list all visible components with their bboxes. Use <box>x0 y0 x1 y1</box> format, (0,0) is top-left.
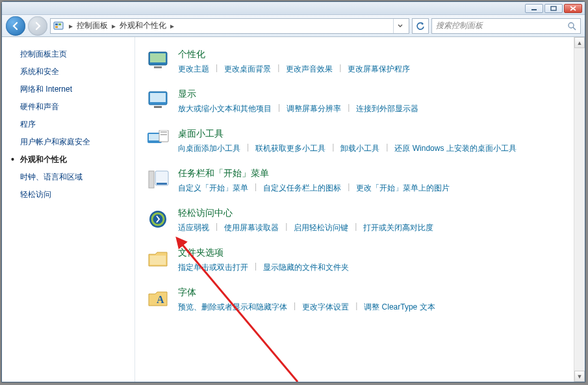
minimize-button[interactable] <box>525 4 543 13</box>
category-link[interactable]: 更改「开始」菜单上的图片 <box>356 182 450 194</box>
search-input[interactable]: 搜索控制面板 <box>431 18 581 34</box>
category-link[interactable]: 向桌面添加小工具 <box>178 142 240 155</box>
control-panel-icon <box>53 21 65 31</box>
category-links: 更改主题|更改桌面背景|更改声音效果|更改屏幕保护程序 <box>178 63 573 75</box>
separator: | <box>294 301 296 313</box>
category: 文件夹选项指定单击或双击打开|显示隐藏的文件和文件夹 <box>147 247 573 274</box>
category: A字体预览、删除或者显示和隐藏字体|更改字体设置|调整 ClearType 文本 <box>147 287 573 313</box>
category-title[interactable]: 任务栏和「开始」菜单 <box>178 168 573 179</box>
sidebar-item[interactable]: 用户帐户和家庭安全 <box>20 137 134 148</box>
back-button[interactable] <box>6 16 25 36</box>
category-title[interactable]: 桌面小工具 <box>178 128 573 140</box>
category-link[interactable]: 联机获取更多小工具 <box>255 142 326 155</box>
control-panel-window: ▸ 控制面板 ▸ 外观和个性化 ▸ 搜索控制面板 控制面板主页 系统和安全网络和… <box>1 1 585 382</box>
category-link[interactable]: 更改字体设置 <box>302 301 349 313</box>
sidebar-item[interactable]: 程序 <box>20 119 134 130</box>
category-links: 放大或缩小文本和其他项目|调整屏幕分辨率|连接到外部显示器 <box>178 103 573 115</box>
separator: | <box>255 261 257 274</box>
chevron-right-icon: ▸ <box>170 21 174 31</box>
svg-rect-20 <box>160 134 167 135</box>
breadcrumb-item[interactable]: 外观和个性化 <box>120 20 166 31</box>
minimize-icon <box>531 6 537 11</box>
maximize-icon <box>550 6 557 11</box>
category-link[interactable]: 显示隐藏的文件和文件夹 <box>263 261 349 274</box>
category-title[interactable]: 文件夹选项 <box>178 247 573 259</box>
address-row: ▸ 控制面板 ▸ 外观和个性化 ▸ 搜索控制面板 <box>2 15 585 37</box>
category-link[interactable]: 指定单击或双击打开 <box>178 261 248 274</box>
category-link[interactable]: 自定义「开始」菜单 <box>178 182 248 194</box>
category-title[interactable]: 个性化 <box>178 49 573 60</box>
category: 桌面小工具向桌面添加小工具|联机获取更多小工具|卸载小工具|还原 Windows… <box>147 128 573 155</box>
search-placeholder: 搜索控制面板 <box>436 20 483 31</box>
svg-rect-12 <box>154 66 162 68</box>
category-link[interactable]: 更改屏幕保护程序 <box>348 63 410 75</box>
svg-rect-21 <box>149 171 154 188</box>
category-link[interactable]: 更改主题 <box>178 63 209 75</box>
display-icon <box>147 88 170 112</box>
category-link[interactable]: 连接到外部显示器 <box>356 103 418 115</box>
category-link[interactable]: 更改声音效果 <box>286 63 333 75</box>
sidebar-item[interactable]: 外观和个性化 <box>20 154 134 165</box>
category-link[interactable]: 适应弱视 <box>178 222 209 234</box>
address-dropdown-button[interactable] <box>393 19 406 33</box>
category: 个性化更改主题|更改桌面背景|更改声音效果|更改屏幕保护程序 <box>147 49 573 75</box>
breadcrumb-item[interactable]: 控制面板 <box>77 20 108 31</box>
category-title[interactable]: 轻松访问中心 <box>178 207 573 219</box>
separator: | <box>247 142 249 155</box>
svg-line-9 <box>573 27 576 30</box>
category-link[interactable]: 还原 Windows 上安装的桌面小工具 <box>394 142 516 155</box>
maximize-button[interactable] <box>544 4 563 13</box>
category-link[interactable]: 卸载小工具 <box>340 142 379 155</box>
svg-point-8 <box>569 23 574 28</box>
chevron-right-icon: ▸ <box>112 21 116 31</box>
separator: | <box>216 222 218 234</box>
category-links: 向桌面添加小工具|联机获取更多小工具|卸载小工具|还原 Windows 上安装的… <box>178 142 573 155</box>
sidebar-item[interactable]: 时钟、语言和区域 <box>20 172 134 183</box>
category-link[interactable]: 启用轻松访问键 <box>294 222 348 234</box>
sidebar-item[interactable]: 系统和安全 <box>20 66 134 77</box>
personalization-icon <box>147 49 170 72</box>
sidebar-item[interactable]: 轻松访问 <box>20 189 134 200</box>
folder-icon <box>147 247 170 271</box>
separator: | <box>216 63 218 75</box>
category-link[interactable]: 打开或关闭高对比度 <box>363 222 433 234</box>
refresh-button[interactable] <box>412 18 429 34</box>
separator: | <box>386 142 388 155</box>
svg-rect-26 <box>150 256 166 265</box>
svg-rect-5 <box>55 23 58 25</box>
gadgets-icon <box>147 128 170 152</box>
category-link[interactable]: 自定义任务栏上的图标 <box>263 182 341 194</box>
category-links: 预览、删除或者显示和隐藏字体|更改字体设置|调整 ClearType 文本 <box>178 301 573 313</box>
svg-rect-17 <box>149 134 160 140</box>
address-bar[interactable]: ▸ 控制面板 ▸ 外观和个性化 ▸ <box>50 18 409 34</box>
category-links: 自定义「开始」菜单|自定义任务栏上的图标|更改「开始」菜单上的图片 <box>178 182 573 194</box>
category-link[interactable]: 放大或缩小文本和其他项目 <box>178 103 272 115</box>
separator: | <box>355 301 357 313</box>
window-titlebar <box>2 2 585 15</box>
category-link[interactable]: 调整 ClearType 文本 <box>364 301 435 313</box>
arrow-left-icon <box>11 21 20 31</box>
sidebar-item[interactable]: 硬件和声音 <box>20 101 134 113</box>
search-icon <box>567 21 576 31</box>
category-link[interactable]: 使用屏幕读取器 <box>224 222 279 234</box>
category-link[interactable]: 调整屏幕分辨率 <box>287 103 341 115</box>
category: 任务栏和「开始」菜单自定义「开始」菜单|自定义任务栏上的图标|更改「开始」菜单上… <box>147 168 573 194</box>
separator: | <box>339 63 341 75</box>
category-title[interactable]: 显示 <box>178 88 573 100</box>
sidebar-item[interactable]: 网络和 Internet <box>20 84 134 95</box>
category-link[interactable]: 预览、删除或者显示和隐藏字体 <box>178 301 287 313</box>
close-button[interactable] <box>564 4 582 13</box>
font-icon: A <box>147 287 170 310</box>
separator: | <box>348 182 350 194</box>
category-link[interactable]: 更改桌面背景 <box>224 63 271 75</box>
svg-text:A: A <box>157 294 164 305</box>
sidebar-title[interactable]: 控制面板主页 <box>20 49 134 60</box>
separator: | <box>348 103 350 115</box>
category-title[interactable]: 字体 <box>178 287 573 299</box>
svg-rect-11 <box>150 53 166 62</box>
svg-rect-14 <box>150 93 166 102</box>
scroll-down-button[interactable]: ▼ <box>574 371 585 382</box>
scroll-up-button[interactable]: ▲ <box>574 37 585 48</box>
vertical-scrollbar[interactable]: ▲ ▼ <box>574 37 585 382</box>
forward-button[interactable] <box>28 16 47 36</box>
